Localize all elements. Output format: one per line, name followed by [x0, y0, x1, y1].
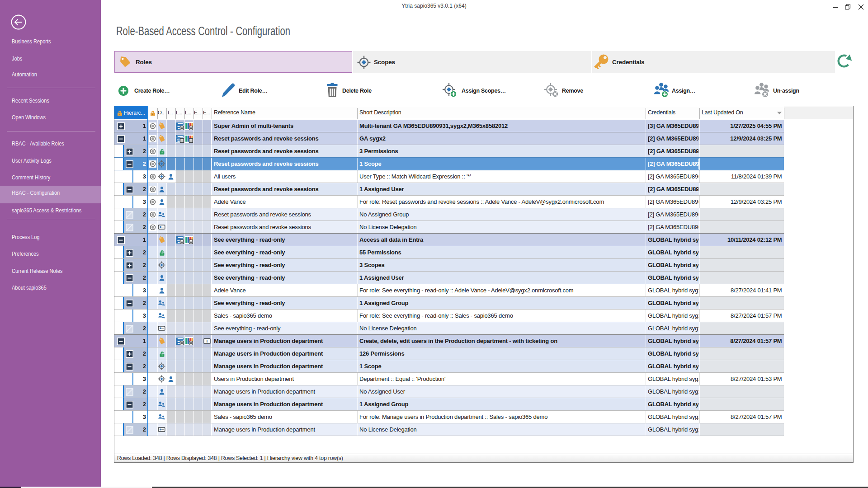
svg-text:T: T — [206, 338, 208, 343]
